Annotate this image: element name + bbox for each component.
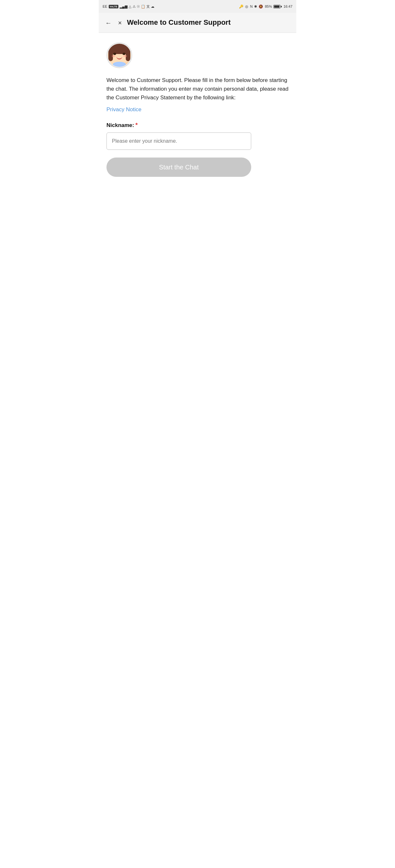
avatar-eye-right [123, 53, 125, 55]
required-star: * [135, 122, 138, 129]
signal-icon: ▂▄▆ [120, 4, 127, 9]
avatar [107, 42, 132, 68]
status-right: 🔑 ◎ N ✱ 🔕 85% 16:47 [239, 4, 293, 9]
nickname-label-text: Nickname: [107, 122, 134, 129]
volte-badge: VoLTE [109, 5, 118, 8]
avatar-collar [113, 62, 126, 67]
status-bar: EE VoLTE ▂▄▆ △ ⚠ ☉ 📋 支 ☁ 🔑 ◎ N ✱ 🔕 85% 1… [99, 0, 296, 13]
close-button[interactable]: × [118, 19, 122, 27]
nav-icons: ← × [105, 18, 122, 27]
main-content: Welcome to Customer Support. Please fill… [99, 33, 296, 190]
nickname-form-group: Nickname: * [107, 122, 288, 157]
avatar-eye-left [113, 53, 116, 55]
privacy-notice-link[interactable]: Privacy Notice [107, 106, 142, 113]
nav-bar: ← × Welcome to Customer Support [99, 13, 296, 33]
nickname-input[interactable] [107, 132, 251, 150]
page-title: Welcome to Customer Support [127, 18, 231, 27]
avatar-blush-left [112, 55, 116, 57]
avatar-smile [116, 57, 122, 60]
nickname-label: Nickname: * [107, 122, 288, 129]
avatar-container [107, 42, 288, 68]
wifi-icon: △ [129, 4, 131, 9]
time-display: 16:47 [283, 4, 293, 8]
extra-icons: ⚠ ☉ 📋 支 ☁ [132, 4, 154, 9]
eye-icon: ◎ [245, 4, 248, 9]
avatar-blush-right [123, 55, 127, 57]
description-text: Welcome to Customer Support. Please fill… [107, 76, 288, 102]
bluetooth-icon: ✱ [254, 4, 257, 9]
battery-icon [273, 5, 282, 8]
back-button[interactable]: ← [105, 19, 112, 27]
bell-icon: 🔕 [259, 4, 263, 9]
nfc-icon: N [250, 4, 252, 8]
status-left: EE VoLTE ▂▄▆ △ ⚠ ☉ 📋 支 ☁ [102, 4, 154, 9]
start-chat-button[interactable]: Start the Chat [107, 157, 251, 177]
key-icon: 🔑 [239, 4, 243, 9]
avatar-face [108, 44, 131, 67]
carrier-label: EE [102, 4, 108, 8]
battery-percent: 85% [265, 4, 272, 8]
